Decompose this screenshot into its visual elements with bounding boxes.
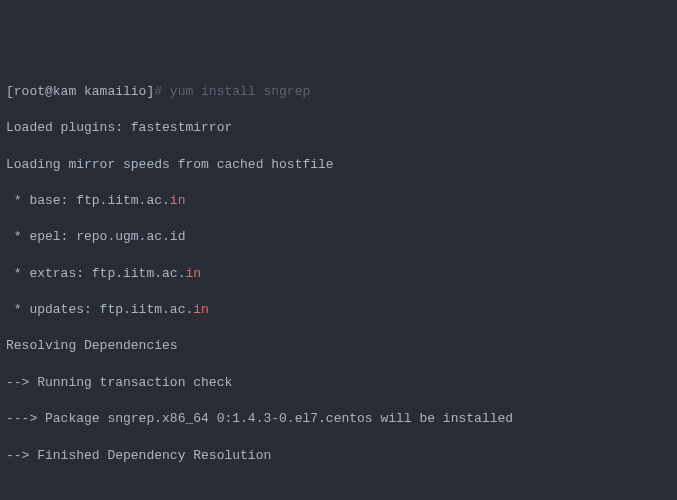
package-installed: ---> Package sngrep.x86_64 0:1.4.3-0.el7…: [6, 410, 671, 428]
mirror-updates-line: * updates: ftp.iitm.ac.in: [6, 301, 671, 319]
mirror-extras-tld: in: [185, 266, 201, 281]
mirror-extras-line: * extras: ftp.iitm.ac.in: [6, 265, 671, 283]
mirror-updates-tld: in: [193, 302, 209, 317]
terminal-prompt-line: [root@kam kamailio]# yum install sngrep: [6, 83, 671, 101]
mirror-epel-line: * epel: repo.ugm.ac.id: [6, 228, 671, 246]
prompt-command: # yum install sngrep: [154, 84, 310, 99]
resolving-deps: Resolving Dependencies: [6, 337, 671, 355]
output-loading-mirror: Loading mirror speeds from cached hostfi…: [6, 156, 671, 174]
mirror-extras-prefix: * extras: ftp.iitm.ac.: [6, 266, 185, 281]
mirror-updates-prefix: * updates: ftp.iitm.ac.: [6, 302, 193, 317]
mirror-base-tld: in: [170, 193, 186, 208]
running-check: --> Running transaction check: [6, 374, 671, 392]
mirror-base-line: * base: ftp.iitm.ac.in: [6, 192, 671, 210]
blank-line-1: [6, 483, 671, 500]
mirror-base-prefix: * base: ftp.iitm.ac.: [6, 193, 170, 208]
finished-resolution: --> Finished Dependency Resolution: [6, 447, 671, 465]
output-loaded-plugins: Loaded plugins: fastestmirror: [6, 119, 671, 137]
prompt-user-host: [root@kam kamailio]: [6, 84, 154, 99]
